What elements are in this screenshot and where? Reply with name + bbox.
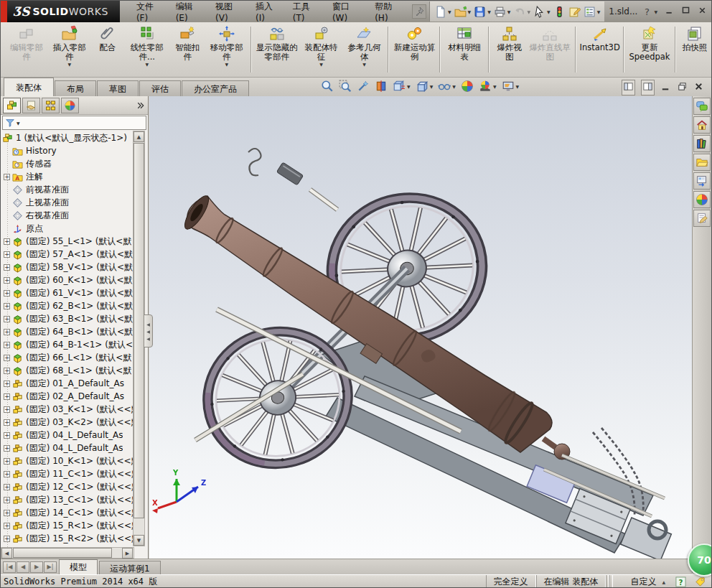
ribbon-button[interactable]: 编辑零部件 ▼ xyxy=(5,24,48,75)
tree-item[interactable]: + (固定) 12_C<1> (默认<<默 xyxy=(1,480,148,493)
feature-panel-tab[interactable] xyxy=(22,98,40,113)
ribbon-button[interactable]: 装配体特征 ▼ xyxy=(300,24,343,75)
tree-item[interactable]: + (固定) 04_L_Default_As xyxy=(1,442,148,454)
tab-nav-button[interactable]: ◀ xyxy=(17,561,29,573)
view-tool-button[interactable]: ▼ xyxy=(459,79,475,93)
tree-item[interactable]: + (固定) 68_L<1> (默认<默 xyxy=(1,364,148,377)
task-pane-button[interactable] xyxy=(693,116,711,134)
quick-tool-button[interactable]: ▼ xyxy=(454,4,472,19)
tree-item[interactable]: + (固定) 63_B<1> (默认<默 xyxy=(1,312,148,325)
expander-plus-icon[interactable]: + xyxy=(4,445,10,452)
tree-item[interactable]: + (固定) 15_R<1> (默认<<默 xyxy=(1,519,148,532)
view-tool-button[interactable]: ▼ xyxy=(477,79,498,93)
tree-item[interactable]: + (固定) 13_C<1> (默认<<默 xyxy=(1,493,148,506)
expander-plus-icon[interactable]: + xyxy=(4,368,10,374)
carriage-trail[interactable] xyxy=(322,333,671,559)
quick-tool-button[interactable]: ▼ xyxy=(583,4,601,19)
task-pane-button[interactable] xyxy=(693,210,711,227)
expander-plus-icon[interactable]: + xyxy=(4,342,10,348)
view-tool-button[interactable]: ▼ xyxy=(414,79,435,93)
expander-plus-icon[interactable]: + xyxy=(4,497,10,503)
doc-window-control[interactable] xyxy=(677,81,688,94)
double-chevron-right-icon[interactable] xyxy=(135,100,146,111)
tree-item[interactable]: + 原点 xyxy=(1,222,148,235)
scrollbar-thumb[interactable] xyxy=(134,143,144,518)
tree-item[interactable]: + (固定) 01_A_Default_As xyxy=(1,377,148,390)
scroll-up-arrow[interactable]: ▲ xyxy=(134,131,144,142)
quick-tool-button[interactable]: ▼ xyxy=(553,4,566,19)
ribbon-button[interactable]: Instant3D ▼ xyxy=(578,24,621,75)
tree-item[interactable]: + 前视基准面 xyxy=(1,183,148,196)
tree-item[interactable]: + (固定) 55_L<1> (默认<默 xyxy=(1,235,148,248)
view-tool-button[interactable]: ▼ xyxy=(373,79,389,93)
tree-horizontal-scrollbar[interactable]: ◀ ▶ xyxy=(1,547,134,559)
tree-item[interactable]: + (固定) 10_K<1> (默认<<默 xyxy=(1,454,148,467)
quick-tool-button[interactable]: ▼ xyxy=(512,4,531,19)
tab-nav-button[interactable]: ▶| xyxy=(44,561,57,573)
command-tab[interactable]: 草图 xyxy=(97,80,139,96)
quick-tool-button[interactable]: ▼ xyxy=(473,4,492,19)
expander-plus-icon[interactable]: + xyxy=(4,471,10,477)
task-pane-button[interactable] xyxy=(693,172,711,190)
tree-item[interactable]: + 上视基准面 xyxy=(1,196,148,209)
expander-plus-icon[interactable]: + xyxy=(4,316,10,322)
scroll-left-arrow[interactable]: ◀ xyxy=(1,548,12,559)
ribbon-button[interactable]: 移动零部件 ▼ xyxy=(205,24,248,75)
custom-status-dropdown[interactable]: 自定义 xyxy=(613,574,662,588)
tree-item[interactable]: + (固定) 64_B-1<1> (默认< xyxy=(1,338,148,351)
expander-plus-icon[interactable]: + xyxy=(4,174,10,180)
expander-plus-icon[interactable]: + xyxy=(4,510,10,516)
ribbon-button[interactable]: 插入零部件 ▼ xyxy=(48,24,91,75)
quick-tool-button[interactable]: ▼ xyxy=(434,4,452,19)
tree-item[interactable]: + (固定) 03_K<1> (默认<<默 xyxy=(1,403,148,416)
ribbon-button[interactable]: 材料明细表 ▼ xyxy=(443,24,486,75)
quick-tool-button[interactable]: ▼ xyxy=(533,4,551,19)
ribbon-button[interactable]: 更新 Speedpak ▼ xyxy=(627,24,673,75)
task-pane-button[interactable] xyxy=(693,135,711,152)
tree-item[interactable]: + (固定) 57_A<1> (默认<默 xyxy=(1,248,148,261)
tree-item[interactable]: + 右视基准面 xyxy=(1,209,148,222)
expander-plus-icon[interactable]: + xyxy=(4,238,10,245)
scroll-down-arrow[interactable]: ▼ xyxy=(134,535,144,546)
tree-item[interactable]: + (固定) 02_A_Default_As xyxy=(1,390,148,403)
expander-plus-icon[interactable]: + xyxy=(4,393,10,400)
tree-item[interactable]: + (固定) 04_L_Default_As xyxy=(1,429,148,442)
doc-window-control[interactable] xyxy=(660,81,671,94)
ribbon-button[interactable]: 拍快照 ▼ xyxy=(678,24,711,75)
panel-splitter-handle[interactable]: ◀◀◀ xyxy=(144,314,153,347)
window-control-button[interactable] xyxy=(665,6,674,17)
tree-item[interactable]: + (固定) 66_L<1> (默认<默 xyxy=(1,351,148,364)
command-tab[interactable]: 办公室产品 xyxy=(182,80,249,96)
tree-item[interactable]: + A 注解 xyxy=(1,170,148,183)
expander-plus-icon[interactable]: + xyxy=(4,277,10,284)
ribbon-button[interactable]: 配合 ▼ xyxy=(91,24,124,75)
view-tool-button[interactable]: ▼ xyxy=(337,79,353,93)
tree-root-item[interactable]: 1 (默认<默认_显示状态-1>) xyxy=(1,131,148,144)
tree-item[interactable]: + (固定) 64_B<1> (默认<默 xyxy=(1,325,148,338)
tree-item[interactable]: + (固定) 62_B<1> (默认<默 xyxy=(1,299,148,312)
feature-panel-tab[interactable] xyxy=(3,98,21,113)
help-button[interactable]: ? ▼ xyxy=(642,6,657,17)
view-tool-button[interactable]: ▼ xyxy=(355,79,371,93)
tree-item[interactable]: + (固定) 58_V<1> (默认<默 xyxy=(1,261,148,274)
expander-plus-icon[interactable]: + xyxy=(4,406,10,413)
command-tab[interactable]: 评估 xyxy=(139,80,181,96)
view-tool-button[interactable]: ▼ xyxy=(436,79,457,93)
expander-plus-icon[interactable]: + xyxy=(4,523,10,529)
quick-tool-button[interactable]: ▼ xyxy=(493,4,512,19)
window-control-button[interactable] xyxy=(698,6,707,17)
expander-plus-icon[interactable]: + xyxy=(4,381,10,387)
dropdown-caret-icon[interactable]: ▲ xyxy=(662,579,665,584)
pin-icon[interactable] xyxy=(412,4,426,19)
expander-plus-icon[interactable]: + xyxy=(4,536,10,542)
cannon-model[interactable]: X Y Z xyxy=(149,96,693,559)
expander-plus-icon[interactable]: + xyxy=(4,484,10,490)
expander-plus-icon[interactable]: + xyxy=(4,458,10,465)
view-tool-button[interactable]: ▼ xyxy=(319,79,335,93)
feature-panel-tab[interactable] xyxy=(61,98,79,113)
document-tab[interactable]: 运动算例1 xyxy=(99,561,161,574)
task-pane-button[interactable] xyxy=(693,154,711,171)
expander-plus-icon[interactable]: + xyxy=(4,264,10,271)
tree-item[interactable]: + (固定) 03_K<2> (默认<<默 xyxy=(1,416,148,429)
quick-tool-button[interactable]: ▼ xyxy=(568,4,581,19)
